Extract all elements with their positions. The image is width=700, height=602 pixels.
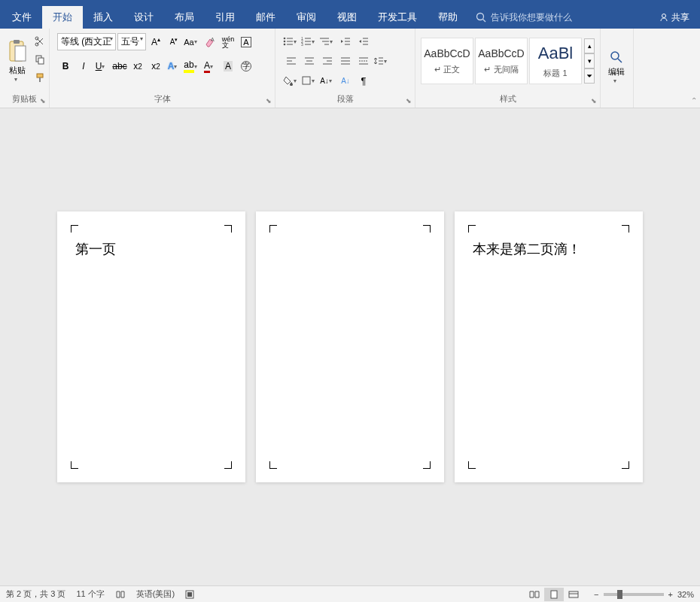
phonetic-guide-button[interactable]: wén文 <box>220 34 236 50</box>
shrink-font-button[interactable]: A▾ <box>166 34 182 50</box>
page-1[interactable]: 第一页 <box>57 211 245 482</box>
read-icon <box>529 590 540 599</box>
copy-button[interactable] <box>32 51 48 68</box>
decrease-indent-button[interactable] <box>337 33 354 50</box>
numbering-button[interactable]: 123▾ <box>301 33 318 50</box>
tab-file[interactable]: 文件 <box>2 6 42 29</box>
style-nospacing[interactable]: AaBbCcD↵ 无间隔 <box>475 38 528 84</box>
sort-button[interactable]: A↓ <box>337 72 354 89</box>
editing-label: 编辑 <box>608 66 625 78</box>
person-icon <box>659 13 668 22</box>
numbering-icon: 123 <box>301 37 312 46</box>
distribute-button[interactable] <box>355 53 372 69</box>
find-button[interactable]: 编辑 ▾ <box>605 32 628 102</box>
group-label-font: 字体⬊ <box>50 92 275 108</box>
share-button[interactable]: 共享 <box>649 6 700 29</box>
align-left-button[interactable] <box>283 53 300 69</box>
tab-mail[interactable]: 邮件 <box>245 6 286 29</box>
group-styles: AaBbCcD↵ 正文 AaBbCcD↵ 无间隔 AaBl标题 1 ▴ ▾ ⏷ … <box>415 29 601 108</box>
align-right-button[interactable] <box>319 53 336 69</box>
char-shading-button[interactable]: A <box>220 58 236 74</box>
web-icon <box>568 590 579 599</box>
styles-scroll-up[interactable]: ▴ <box>584 38 595 53</box>
highlight-button[interactable]: ab▾ <box>184 58 200 74</box>
zoom-level[interactable]: 32% <box>677 590 694 599</box>
tab-design[interactable]: 设计 <box>123 6 164 29</box>
page-3[interactable]: 本来是第二页滴！ <box>455 211 643 482</box>
status-words[interactable]: 11 个字 <box>76 588 104 600</box>
tab-home[interactable]: 开始 <box>42 6 83 29</box>
char-border-button[interactable]: A <box>238 34 254 50</box>
justify-button[interactable] <box>337 53 354 69</box>
zoom-in-button[interactable]: + <box>668 590 673 599</box>
subscript-button[interactable]: x2 <box>129 58 146 74</box>
font-launcher[interactable]: ⬊ <box>266 97 272 105</box>
align-center-button[interactable] <box>301 53 318 69</box>
font-name-combo[interactable]: 等线 (西文正 <box>57 33 116 50</box>
font-color-button[interactable]: A▾ <box>202 58 218 74</box>
borders-button[interactable]: ▾ <box>301 72 318 89</box>
svg-line-1 <box>483 20 486 23</box>
styles-scroll-down[interactable]: ▾ <box>584 53 595 68</box>
asian-layout-button[interactable]: A↓▾ <box>319 72 336 89</box>
show-marks-button[interactable]: ¶ <box>355 72 372 89</box>
tab-layout[interactable]: 布局 <box>164 6 205 29</box>
tab-references[interactable]: 引用 <box>205 6 245 29</box>
bold-button[interactable]: B <box>57 58 74 74</box>
document-canvas[interactable]: 第一页 本来是第二页滴！ <box>0 108 700 585</box>
style-normal[interactable]: AaBbCcD↵ 正文 <box>421 38 473 84</box>
editing-dropdown[interactable]: ▾ <box>613 78 619 84</box>
book-icon <box>115 590 126 599</box>
shading-button[interactable]: ▾ <box>283 72 300 89</box>
align-center-icon <box>304 56 315 65</box>
svg-rect-10 <box>37 74 43 78</box>
paste-dropdown[interactable]: ▾ <box>14 76 20 83</box>
ribbon-tabs: 文件 开始 插入 设计 布局 引用 邮件 审阅 视图 开发工具 帮助 告诉我你想… <box>0 6 700 29</box>
print-layout-button[interactable] <box>544 588 564 601</box>
underline-button[interactable]: U▾ <box>93 58 110 74</box>
status-language[interactable]: 英语(美国) <box>136 588 175 600</box>
group-label-clipboard: 剪贴板⬊ <box>0 92 49 108</box>
tell-me-search[interactable]: 告诉我你想要做什么 <box>476 6 649 29</box>
web-layout-button[interactable] <box>564 588 583 601</box>
change-case-button[interactable]: Aa▾ <box>184 34 200 50</box>
ribbon: 粘贴 ▾ 剪贴板⬊ 等线 (西文正 五号 A▴ A▾ Aa▾ A w <box>0 29 700 108</box>
svg-rect-56 <box>187 592 192 597</box>
page-2[interactable] <box>256 211 444 482</box>
text-effects-button[interactable]: A▾ <box>166 58 182 74</box>
svg-point-53 <box>611 52 619 59</box>
paragraph-launcher[interactable]: ⬊ <box>406 97 412 105</box>
collapse-ribbon-button[interactable]: ⌃ <box>691 96 697 105</box>
status-page[interactable]: 第 2 页，共 3 页 <box>6 588 65 600</box>
format-painter-button[interactable] <box>32 69 48 86</box>
zoom-slider[interactable] <box>604 593 664 596</box>
tab-help[interactable]: 帮助 <box>428 6 468 29</box>
tab-view[interactable]: 视图 <box>327 6 367 29</box>
print-layout-icon <box>549 590 559 599</box>
multilevel-list-button[interactable]: ▾ <box>319 33 336 50</box>
style-heading1[interactable]: AaBl标题 1 <box>529 38 582 84</box>
font-size-combo[interactable]: 五号 <box>117 33 146 50</box>
read-mode-button[interactable] <box>525 588 544 601</box>
zoom-out-button[interactable]: − <box>594 590 598 599</box>
paste-button[interactable]: 粘贴 ▾ <box>5 32 30 90</box>
status-macro[interactable] <box>185 590 194 599</box>
strikethrough-button[interactable]: abc <box>111 58 128 74</box>
clear-formatting-button[interactable]: A <box>202 34 218 50</box>
bullets-button[interactable]: ▾ <box>283 33 300 50</box>
grow-font-button[interactable]: A▴ <box>148 34 164 50</box>
increase-indent-button[interactable] <box>355 33 372 50</box>
enclose-char-button[interactable]: 字 <box>238 58 254 74</box>
tab-review[interactable]: 审阅 <box>286 6 327 29</box>
tab-insert[interactable]: 插入 <box>83 6 123 29</box>
svg-text:A: A <box>211 37 215 42</box>
italic-button[interactable]: I <box>75 58 92 74</box>
cut-button[interactable] <box>32 33 48 50</box>
styles-launcher[interactable]: ⬊ <box>591 97 597 105</box>
styles-expand[interactable]: ⏷ <box>584 68 595 84</box>
status-proofing[interactable] <box>115 590 126 599</box>
line-spacing-button[interactable]: ▾ <box>373 53 390 69</box>
superscript-button[interactable]: x2 <box>148 58 164 74</box>
clipboard-launcher[interactable]: ⬊ <box>40 97 46 105</box>
tab-developer[interactable]: 开发工具 <box>367 6 428 29</box>
